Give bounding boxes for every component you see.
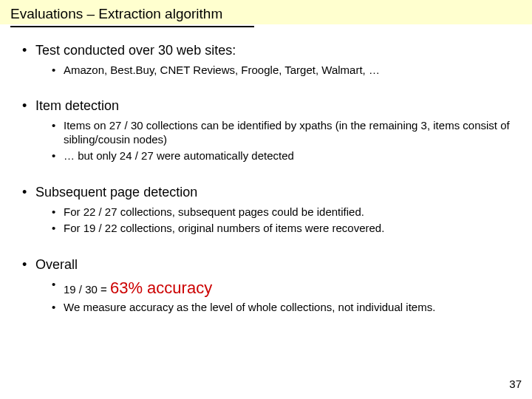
sub-list: Items on 27 / 30 collections can be iden…: [52, 119, 511, 163]
section-subsequent-page: Subsequent page detection For 22 / 27 co…: [21, 184, 511, 236]
sub-item: We measure accuracy as the level of whol…: [52, 301, 511, 315]
section-heading: Subsequent page detection: [35, 185, 197, 200]
sub-text: Items on 27 / 30 collections can be iden…: [64, 119, 510, 146]
sub-text: For 22 / 27 collections, subsequent page…: [64, 205, 364, 218]
slide-title-band: Evaluations – Extraction algorithm: [0, 0, 532, 24]
sub-list: Amazon, Best.Buy, CNET Reviews, Froogle,…: [52, 64, 511, 78]
bullet-list: Test conducted over 30 web sites: Amazon…: [21, 42, 511, 315]
sub-item-accuracy: 19 / 30 = 63% accuracy: [52, 278, 511, 299]
slide-title: Evaluations – Extraction algorithm: [10, 6, 222, 21]
sub-text: We measure accuracy as the level of whol…: [64, 301, 435, 313]
section-test-conducted: Test conducted over 30 web sites: Amazon…: [21, 42, 511, 77]
section-heading: Overall: [35, 257, 78, 272]
sub-list: For 22 / 27 collections, subsequent page…: [52, 205, 511, 236]
sub-item: Amazon, Best.Buy, CNET Reviews, Froogle,…: [52, 64, 511, 78]
accuracy-highlight: 63% accuracy: [110, 279, 212, 297]
sub-item: For 19 / 22 collections, original number…: [52, 222, 511, 236]
page-number: 37: [509, 378, 522, 390]
accuracy-prefix: 19 / 30 =: [64, 283, 110, 296]
section-item-detection: Item detection Items on 27 / 30 collecti…: [21, 98, 511, 163]
sub-text: Amazon, Best.Buy, CNET Reviews, Froogle,…: [64, 64, 380, 76]
sub-list: 19 / 30 = 63% accuracy We measure accura…: [52, 278, 511, 315]
sub-item: … but only 24 / 27 were automatically de…: [52, 149, 511, 163]
sub-item: Items on 27 / 30 collections can be iden…: [52, 119, 511, 147]
sub-text: … but only 24 / 27 were automatically de…: [64, 149, 294, 162]
sub-item: For 22 / 27 collections, subsequent page…: [52, 205, 511, 219]
slide-content: Test conducted over 30 web sites: Amazon…: [0, 27, 532, 315]
sub-text: For 19 / 22 collections, original number…: [64, 222, 384, 234]
section-heading: Test conducted over 30 web sites:: [35, 43, 236, 58]
section-overall: Overall 19 / 30 = 63% accuracy We measur…: [21, 256, 511, 315]
section-heading: Item detection: [35, 98, 119, 113]
slide: Evaluations – Extraction algorithm Test …: [0, 0, 532, 399]
